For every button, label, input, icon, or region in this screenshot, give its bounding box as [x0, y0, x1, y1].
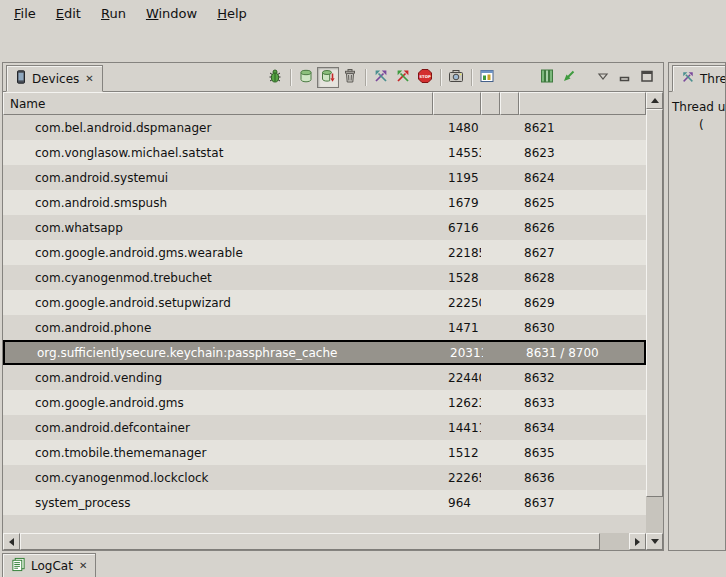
table-header-row: Name [3, 92, 646, 115]
cell-port: 8627 [519, 246, 646, 260]
cell-name: system_process [3, 496, 433, 510]
toolbar-separator [365, 69, 366, 86]
tab-devices[interactable]: Devices ✕ [6, 65, 103, 92]
minimize-view-icon [618, 69, 632, 86]
table-row[interactable]: com.android.defcontainer 14411 8634 [3, 415, 646, 440]
dump-hprof-icon [320, 68, 336, 87]
cell-pid: 1195 [433, 171, 481, 185]
scroll-right-icon [635, 538, 640, 546]
tab-devices-close-icon[interactable]: ✕ [85, 73, 93, 84]
cell-port: 8631 / 8700 [521, 346, 644, 360]
update-threads-button[interactable] [370, 67, 392, 88]
update-heap-button[interactable] [295, 67, 317, 88]
maximize-view-button[interactable] [636, 67, 658, 88]
toolbar-separator [471, 69, 472, 86]
cell-name: com.android.vending [3, 371, 433, 385]
cell-port: 8626 [519, 221, 646, 235]
table-header-name[interactable]: Name [3, 92, 433, 115]
menu-file[interactable]: File [4, 2, 46, 25]
cell-pid: 14553 [433, 146, 481, 160]
table-header-col4[interactable] [500, 92, 519, 115]
table-row[interactable]: com.google.android.gms 12623 8633 [3, 390, 646, 415]
cell-pid: 1512 [433, 446, 481, 460]
view-menu-button[interactable] [592, 67, 614, 88]
cell-pid: 6716 [433, 221, 481, 235]
cell-port: 8637 [519, 496, 646, 510]
tab-threads-label: Threa [700, 72, 726, 86]
devices-view-toolbar: STOP [264, 67, 658, 88]
maximize-view-icon [640, 69, 654, 86]
cell-name: com.google.android.setupwizard [3, 296, 433, 310]
tab-logcat-label: LogCat [31, 559, 73, 573]
scroll-down-button[interactable] [646, 533, 663, 550]
vertical-scroll-thumb[interactable] [646, 109, 663, 497]
menu-window[interactable]: Window [136, 2, 207, 25]
table-row[interactable]: com.android.phone 1471 8630 [3, 315, 646, 340]
toolbar-separator [440, 69, 441, 86]
table-row[interactable]: com.tmobile.thememanager 1512 8635 [3, 440, 646, 465]
start-method-profiling-button[interactable] [392, 67, 414, 88]
table-row[interactable]: com.google.android.gms.wearable 22185 86… [3, 240, 646, 265]
scroll-left-button[interactable] [3, 533, 20, 550]
cell-port: 8629 [519, 296, 646, 310]
table-row[interactable]: com.google.android.setupwizard 22250 862… [3, 290, 646, 315]
table-row[interactable]: com.cyanogenmod.trebuchet 1528 8628 [3, 265, 646, 290]
table-row[interactable]: com.cyanogenmod.lockclock 22265 8636 [3, 465, 646, 490]
cell-name: com.bel.android.dspmanager [3, 121, 433, 135]
cell-port: 8628 [519, 271, 646, 285]
scroll-right-button[interactable] [629, 533, 646, 550]
table-row[interactable]: org.sufficientlysecure.keychain:passphra… [3, 340, 646, 365]
table-header-pid[interactable] [433, 92, 481, 115]
stop-process-button[interactable]: STOP [414, 67, 436, 88]
vertical-scrollbar[interactable] [646, 92, 663, 550]
hierarchy-columns-button[interactable] [536, 67, 558, 88]
cell-name: com.android.defcontainer [3, 421, 433, 435]
table-row[interactable]: system_process 964 8637 [3, 490, 646, 515]
scroll-left-icon [9, 538, 14, 546]
tab-logcat[interactable]: LogCat ✕ [2, 553, 96, 577]
horizontal-scrollbar[interactable] [3, 533, 646, 550]
cell-port: 8623 [519, 146, 646, 160]
minimize-view-button[interactable] [614, 67, 636, 88]
cell-pid: 20311 [435, 346, 483, 360]
cause-gc-button[interactable] [339, 67, 361, 88]
table-row[interactable]: com.bel.android.dspmanager 1480 8621 [3, 115, 646, 140]
cell-pid: 22185 [433, 246, 481, 260]
update-threads-icon [373, 68, 389, 87]
hierarchy-arrow-icon [561, 68, 577, 87]
dump-hprof-button[interactable] [317, 67, 339, 88]
table-row[interactable]: com.vonglasow.michael.satstat 14553 8623 [3, 140, 646, 165]
tab-logcat-close-icon[interactable]: ✕ [79, 560, 87, 571]
cell-port: 8625 [519, 196, 646, 210]
scroll-up-button[interactable] [646, 92, 663, 109]
system-info-button[interactable] [476, 67, 498, 88]
cell-port: 8632 [519, 371, 646, 385]
table-row[interactable]: com.android.systemui 1195 8624 [3, 165, 646, 190]
tab-threads[interactable]: Threa [672, 65, 726, 92]
hierarchy-arrow-button[interactable] [558, 67, 580, 88]
table-row[interactable]: com.android.vending 22440 8632 [3, 365, 646, 390]
scroll-up-icon [651, 98, 659, 103]
horizontal-scroll-thumb[interactable] [20, 533, 600, 550]
table-header-port[interactable] [519, 92, 646, 115]
cell-pid: 1528 [433, 271, 481, 285]
cell-pid: 1480 [433, 121, 481, 135]
system-info-icon [479, 68, 495, 87]
menu-help[interactable]: Help [207, 2, 257, 25]
table-row[interactable]: com.android.smspush 1679 8625 [3, 190, 646, 215]
screen-capture-button[interactable] [445, 67, 467, 88]
table-row[interactable]: com.whatsapp 6716 8626 [3, 215, 646, 240]
cell-port: 8621 [519, 121, 646, 135]
debug-process-button[interactable] [264, 67, 286, 88]
table-header-col3[interactable] [481, 92, 500, 115]
cell-name: com.android.smspush [3, 196, 433, 210]
toolbar-separator [290, 69, 291, 86]
start-method-profiling-icon [395, 68, 411, 87]
cell-port: 8635 [519, 446, 646, 460]
cell-pid: 12623 [433, 396, 481, 410]
update-heap-icon [298, 68, 314, 87]
menu-run[interactable]: Run [91, 2, 136, 25]
menu-edit[interactable]: Edit [46, 2, 91, 25]
table-body: com.bel.android.dspmanager 1480 8621 com… [3, 115, 646, 515]
cell-name: org.sufficientlysecure.keychain:passphra… [5, 346, 435, 360]
